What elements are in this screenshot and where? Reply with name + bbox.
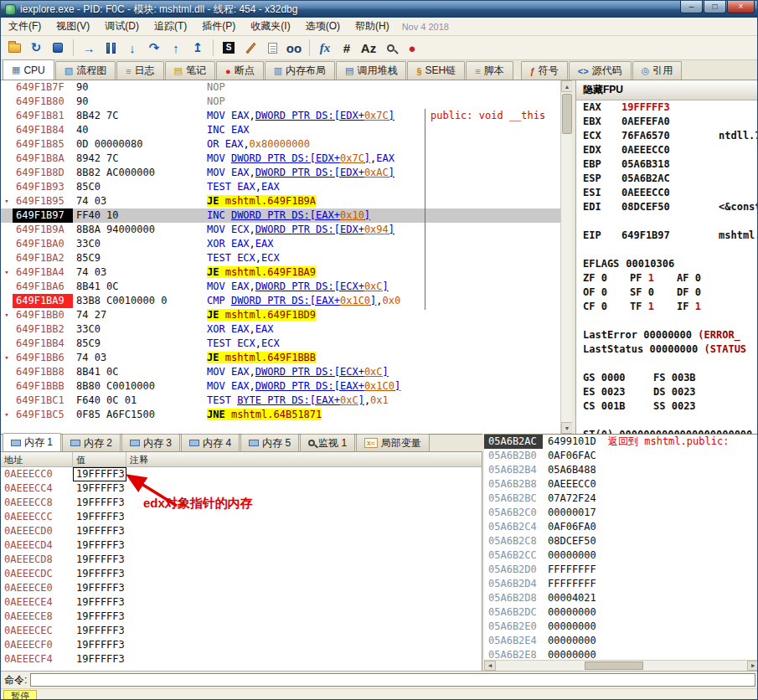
menu-item[interactable]: 插件(P) <box>194 17 243 36</box>
stack-row[interactable]: 05A6B2BC07A72F24 <box>484 492 758 506</box>
disasm-row[interactable]: 649F1BBB8B80 C0010000MOV EAX,DWORD PTR D… <box>1 379 560 394</box>
search-icon[interactable] <box>380 38 400 58</box>
stack-row[interactable]: 05A6B2D4FFFFFFFF <box>484 577 758 591</box>
scroll-down-button[interactable]: ▼ <box>561 422 573 434</box>
register-line[interactable]: ES 0023DS 0023 <box>576 385 758 399</box>
tab-dump-1[interactable]: 内存 1 <box>3 433 61 451</box>
hscrollbar-thumb[interactable] <box>585 661 643 670</box>
register-line[interactable]: EAX19FFFFF3 <box>576 100 758 115</box>
memory-row[interactable]: 0AEEECF419FFFFF3 <box>1 652 482 667</box>
disasm-row[interactable]: 649F1B97FF40 10INC DWORD PTR DS:[EAX+0x1… <box>1 208 560 223</box>
memory-row[interactable]: 0AEEECCC19FFFFF3 <box>1 510 482 524</box>
memory-row[interactable]: 0AEEECE419FFFFF3 <box>1 595 482 610</box>
stack-row[interactable]: 05A6B2D0FFFFFFFF <box>484 563 758 577</box>
menu-item[interactable]: 文件(F) <box>1 17 49 36</box>
register-line[interactable]: ZF 0PF 1AF 0 <box>576 271 758 286</box>
register-line[interactable]: ESP05A6B2AC <box>576 172 758 186</box>
scroll-up-button[interactable]: ▲ <box>561 80 573 92</box>
disasm-row[interactable]: 649F1B9A8B8A 94000000MOV ECX,DWORD PTR D… <box>1 223 560 237</box>
stop-icon[interactable] <box>48 38 68 58</box>
tab-memory-map[interactable]: ▥内存布局 <box>265 61 335 80</box>
scrollbar-thumb[interactable] <box>562 94 572 134</box>
hide-fpu-button[interactable]: 隐藏FPU <box>576 80 758 100</box>
tab-cpu[interactable]: ▦CPU <box>3 59 54 80</box>
disasm-row[interactable]: 649F1BA033C0XOR EAX,EAX <box>1 237 560 251</box>
memory-row[interactable]: 0AEEECDC19FFFFF3 <box>1 567 482 581</box>
disasm-row[interactable]: 649F1BB485C9TEST ECX,ECX <box>1 337 560 351</box>
register-line[interactable] <box>576 414 758 428</box>
menu-item[interactable]: 调试(D) <box>97 17 147 36</box>
disasm-row[interactable]: 649F1BB88B41 0CMOV EAX,DWORD PTR DS:[ECX… <box>1 365 560 379</box>
stack-row[interactable]: 05A6B2DC00000000 <box>484 605 758 620</box>
tab-breakpoints[interactable]: ●断点 <box>216 61 264 80</box>
disasm-row[interactable]: 649F1B8A8942 7CMOV DWORD PTR DS:[EDX+0x7… <box>1 152 560 166</box>
stack-row[interactable]: 05A6B2CC00000000 <box>484 548 758 563</box>
pause-icon[interactable] <box>101 38 121 58</box>
disasm-row[interactable]: 649F1B8D8B82 AC000000MOV EAX,DWORD PTR D… <box>1 166 560 180</box>
register-line[interactable]: OF 0SF 0DF 0 <box>576 286 758 300</box>
stack-row[interactable]: 05A6B2AC6499101D返回到 mshtml.public: <box>484 435 758 449</box>
disasm-row[interactable]: 649F1B850D 00000080OR EAX,0x80000000 <box>1 137 560 152</box>
run-icon[interactable]: → <box>79 38 99 58</box>
disasm-row[interactable]: 649F1BB233C0XOR EAX,EAX <box>1 322 560 337</box>
disasm-row[interactable]: 649F1BA983B8 C0010000 0CMP DWORD PTR DS:… <box>1 294 560 308</box>
register-line[interactable]: ECX76FA6570ntdll.76 <box>576 129 758 143</box>
tab-references[interactable]: ◎引用 <box>632 61 683 80</box>
disasm-row[interactable]: ▾649F1BB074 27JE mshtml.649F1BD9 <box>1 308 560 322</box>
stack-row[interactable]: 05A6B2C40AF06FA0 <box>484 520 758 534</box>
register-line[interactable]: LastStatus 00000000 (STATUS <box>576 342 758 357</box>
disasm-row[interactable]: ▾649F1BB674 03JE mshtml.649F1BBB <box>1 351 560 365</box>
maximize-button[interactable]: □ <box>704 1 726 13</box>
register-line[interactable]: CS 001BSS 0023 <box>576 399 758 414</box>
open-file-icon[interactable] <box>4 38 24 58</box>
register-line[interactable]: EDI08DCEF50<&const <box>576 200 758 214</box>
memory-row[interactable]: 0AEEECC419FFFFF3 <box>1 481 482 496</box>
tab-notes[interactable]: ▤笔记 <box>165 61 215 80</box>
memory-row[interactable]: 0AEEECE019FFFFF3 <box>1 581 482 595</box>
register-line[interactable]: LastError 00000000 (ERROR_ <box>576 328 758 342</box>
register-line[interactable]: ST(0) 0000000000000000000000 <box>576 428 758 434</box>
tab-dump-2[interactable]: 内存 2 <box>62 434 121 451</box>
memory-row[interactable]: 0AEEECD419FFFFF3 <box>1 538 482 553</box>
menu-item[interactable]: 选项(O) <box>298 17 348 36</box>
memory-row[interactable]: 0AEEECD019FFFFF3 <box>1 524 482 538</box>
tab-dump-5[interactable]: 内存 5 <box>240 434 299 451</box>
disasm-row[interactable]: 649F1BA285C9TEST ECX,ECX <box>1 251 560 265</box>
memory-row[interactable]: 0AEEECE819FFFFF3 <box>1 610 482 624</box>
minimize-button[interactable]: – <box>680 1 703 13</box>
stack-row[interactable]: 05A6B2E000000000 <box>484 620 758 634</box>
stack-row[interactable]: 05A6B2B00AF06FAC <box>484 449 758 463</box>
scroll-left-button[interactable]: ◀ <box>484 661 496 671</box>
tab-call-stack[interactable]: ▤调用堆栈 <box>336 61 406 80</box>
menu-item[interactable]: 视图(V) <box>49 17 97 36</box>
disasm-row[interactable]: 649F1B7F90NOP <box>1 80 560 95</box>
stack-row[interactable]: 05A6B2B80AEEECC0 <box>484 477 758 492</box>
register-line[interactable] <box>576 357 758 371</box>
comment-icon[interactable] <box>262 38 282 58</box>
register-line[interactable]: ESI0AEEECC0 <box>576 186 758 200</box>
restart-icon[interactable]: ↻ <box>26 38 46 58</box>
az-icon[interactable]: Az <box>358 38 379 58</box>
tab-seh[interactable]: §SEH链 <box>407 61 465 80</box>
tab-source[interactable]: <>源代码 <box>569 61 632 80</box>
memory-row[interactable]: 0AEEECEC19FFFFF3 <box>1 624 482 638</box>
register-line[interactable]: CF 0TF 1IF 1 <box>576 300 758 314</box>
tab-locals[interactable]: x=局部变量 <box>356 434 430 451</box>
disasm-row[interactable]: 649F1B9385C0TEST EAX,EAX <box>1 180 560 194</box>
disasm-row[interactable]: 649F1B8090NOP <box>1 95 560 109</box>
tab-graph[interactable]: ▧流程图 <box>55 61 116 80</box>
scroll-right-button[interactable]: ▶ <box>747 661 758 671</box>
stack-hscrollbar[interactable]: ◀ ▶ <box>484 660 758 671</box>
step-over-icon[interactable]: ↷ <box>144 38 164 58</box>
stack-row[interactable]: 05A6B2E400000000 <box>484 634 758 648</box>
close-button[interactable]: × <box>727 1 755 13</box>
tab-watch-1[interactable]: 监视 1 <box>300 434 355 451</box>
goggles-icon[interactable]: oo <box>284 38 304 58</box>
disasm-row[interactable]: ▾649F1BA474 03JE mshtml.649F1BA9 <box>1 265 560 280</box>
hash-icon[interactable]: # <box>337 38 357 58</box>
tab-symbols[interactable]: ƒ符号 <box>521 61 568 80</box>
register-line[interactable]: EIP649F1B97mshtml.6 <box>576 229 758 243</box>
register-line[interactable] <box>576 314 758 328</box>
disasm-row[interactable]: 649F1BC1F640 0C 01TEST BYTE PTR DS:[EAX+… <box>1 394 560 408</box>
disasm-row[interactable]: 649F1B818B42 7CMOV EAX,DWORD PTR DS:[EDX… <box>1 109 560 123</box>
